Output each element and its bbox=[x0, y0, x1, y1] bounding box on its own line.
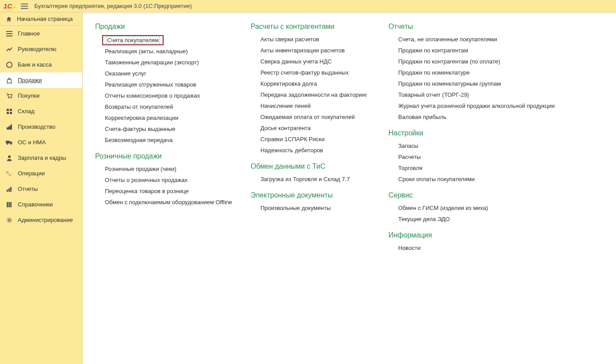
sidebar-item-production[interactable]: Производство bbox=[0, 119, 82, 135]
sidebar-item-label: Главное bbox=[18, 30, 40, 37]
chart-icon bbox=[5, 185, 13, 193]
sidebar-item-warehouse[interactable]: Склад bbox=[0, 103, 82, 119]
link-item[interactable]: Реестр счетов-фактур выданных bbox=[260, 68, 388, 77]
sidebar-item-operations[interactable]: ДтКт Операции bbox=[0, 166, 82, 181]
link-customer-invoices[interactable]: Счета покупателям bbox=[102, 35, 164, 45]
section-title: Сервис bbox=[388, 191, 557, 199]
link-item[interactable]: Реализация (акты, накладные) bbox=[105, 47, 251, 55]
link-item[interactable]: Обмен с ГИСМ (изделия из меха) bbox=[398, 204, 557, 212]
coin-icon bbox=[5, 61, 13, 69]
link-item[interactable]: Ожидаемая оплата от покупателей bbox=[260, 113, 388, 121]
sidebar-item-purchases[interactable]: Покупки bbox=[0, 88, 82, 103]
link-item[interactable]: Передача задолженности на факторинг bbox=[260, 91, 388, 99]
section-info: Информация Новости bbox=[388, 231, 557, 252]
sidebar-item-bank[interactable]: Банк и касса bbox=[0, 57, 82, 72]
sidebar-item-label: Производство bbox=[18, 123, 56, 130]
link-item[interactable]: Переоценка товаров в рознице bbox=[105, 187, 251, 195]
link-item[interactable]: Справки 1СПАРК Риски bbox=[260, 135, 388, 143]
link-item[interactable]: Розничные продажи (чеки) bbox=[105, 165, 251, 173]
sidebar-item-admin[interactable]: Администрирование bbox=[0, 212, 82, 228]
app-title: Бухгалтерия предприятия, редакция 3.0 (1… bbox=[34, 3, 192, 9]
svg-rect-19 bbox=[7, 202, 8, 207]
link-item[interactable]: Возвраты от покупателей bbox=[105, 103, 251, 111]
link-item[interactable]: Надежность дебиторов bbox=[260, 146, 388, 154]
sidebar-item-reports[interactable]: Отчеты bbox=[0, 181, 82, 197]
link-item[interactable]: Акты инвентаризации расчетов bbox=[260, 46, 388, 55]
link-item[interactable]: Обмен с подключаемым оборудованием Offli… bbox=[105, 198, 251, 206]
svg-rect-7 bbox=[10, 109, 12, 111]
svg-point-13 bbox=[8, 155, 11, 158]
link-item[interactable]: Отчеты комиссионеров о продажах bbox=[105, 91, 251, 100]
svg-point-22 bbox=[8, 219, 10, 221]
svg-point-11 bbox=[7, 143, 8, 145]
svg-rect-20 bbox=[8, 202, 10, 207]
link-item[interactable]: Акты сверки расчетов bbox=[260, 35, 388, 44]
sidebar-item-label: Операции bbox=[18, 170, 45, 177]
link-item[interactable]: Журнал учета розничной продажи алкогольн… bbox=[398, 102, 557, 110]
svg-rect-2 bbox=[6, 36, 12, 36]
app-logo: 1C bbox=[4, 2, 16, 10]
sidebar-item-payroll[interactable]: Зарплата и кадры bbox=[0, 150, 82, 166]
link-item[interactable]: Новости bbox=[398, 244, 557, 252]
link-item[interactable]: Расчеты bbox=[398, 153, 557, 161]
svg-rect-18 bbox=[10, 187, 12, 192]
link-item[interactable]: Счета-фактуры выданные bbox=[105, 125, 251, 133]
section-title: Электронные документы bbox=[251, 191, 388, 199]
section-title: Расчеты с контрагентами bbox=[251, 23, 388, 31]
menu-icon[interactable] bbox=[21, 4, 28, 9]
link-item[interactable]: Сверка данных учета НДС bbox=[260, 57, 388, 66]
sidebar-item-label: Покупки bbox=[18, 92, 40, 99]
factory-icon bbox=[5, 123, 13, 131]
link-item[interactable]: Таможенные декларации (экспорт) bbox=[105, 58, 251, 67]
link-item[interactable]: Безвозмездная передача bbox=[105, 136, 251, 144]
sidebar-item-main[interactable]: Главное bbox=[0, 26, 82, 41]
trend-icon bbox=[5, 45, 13, 53]
bag-icon bbox=[5, 76, 13, 84]
gear-icon bbox=[5, 216, 13, 224]
section-title: Информация bbox=[388, 231, 557, 239]
link-item[interactable]: Корректировка долга bbox=[260, 79, 388, 88]
sidebar-item-manager[interactable]: Руководителю bbox=[0, 41, 82, 57]
truck-icon bbox=[5, 138, 13, 146]
link-item[interactable]: Продажи по номенклатуре bbox=[398, 68, 557, 77]
sidebar-item-sales[interactable]: Продажи bbox=[0, 72, 82, 88]
link-item[interactable]: Счета, не оплаченные покупателями bbox=[398, 35, 557, 44]
section-exchange: Обмен данными с ТиС Загрузка из Торговля… bbox=[251, 162, 388, 183]
link-item[interactable]: Продажи по номенклатурным группам bbox=[398, 79, 557, 88]
link-item[interactable]: Продажи по контрагентам (по оплате) bbox=[398, 57, 557, 66]
svg-point-12 bbox=[10, 143, 12, 145]
svg-rect-6 bbox=[7, 109, 9, 111]
link-item[interactable]: Валовая прибыль bbox=[398, 113, 557, 121]
section-service: Сервис Обмен с ГИСМ (изделия из меха) Те… bbox=[388, 191, 557, 223]
sidebar-item-catalogs[interactable]: Справочники bbox=[0, 197, 82, 212]
link-item[interactable]: Реализация отгруженных товаров bbox=[105, 80, 251, 89]
svg-point-4 bbox=[8, 98, 9, 99]
link-item[interactable]: Запасы bbox=[398, 142, 557, 150]
sidebar-item-label: Продажи bbox=[18, 77, 42, 83]
link-item[interactable]: Оказание услуг bbox=[105, 69, 251, 78]
content-area: Продажи Счета покупателям Реализация (ак… bbox=[83, 13, 616, 364]
section-edocs: Электронные документы Произвольные докум… bbox=[251, 191, 388, 212]
link-item[interactable]: Досье контрагента bbox=[260, 124, 388, 132]
journal-icon: ДтКт bbox=[5, 170, 13, 178]
books-icon bbox=[5, 201, 13, 209]
svg-rect-17 bbox=[8, 188, 10, 192]
link-item[interactable]: Торговля bbox=[398, 164, 557, 172]
link-item[interactable]: Текущие дела ЭДО bbox=[398, 215, 557, 223]
link-item[interactable]: Загрузка из Торговля и Склад 7.7 bbox=[260, 175, 388, 183]
link-item[interactable]: Продажи по контрагентам bbox=[398, 46, 557, 55]
section-settlements: Расчеты с контрагентами Акты сверки расч… bbox=[251, 23, 388, 154]
link-item[interactable]: Сроки оплаты покупателями bbox=[398, 175, 557, 183]
section-reports: Отчеты Счета, не оплаченные покупателями… bbox=[388, 23, 557, 121]
section-title: Обмен данными с ТиС bbox=[251, 162, 388, 170]
link-item[interactable]: Корректировка реализации bbox=[105, 114, 251, 122]
home-row[interactable]: Начальная страница bbox=[0, 12, 82, 26]
svg-point-5 bbox=[11, 98, 12, 99]
link-item[interactable]: Отчеты о розничных продажах bbox=[105, 176, 251, 184]
sidebar-item-label: Склад bbox=[18, 108, 35, 115]
link-item[interactable]: Начисление пеней bbox=[260, 102, 388, 110]
link-item[interactable]: Товарный отчет (ТОРГ-29) bbox=[398, 91, 557, 99]
sidebar-item-assets[interactable]: ОС и НМА bbox=[0, 135, 82, 150]
link-item[interactable]: Произвольные документы bbox=[260, 204, 388, 212]
cart-icon bbox=[5, 92, 13, 100]
